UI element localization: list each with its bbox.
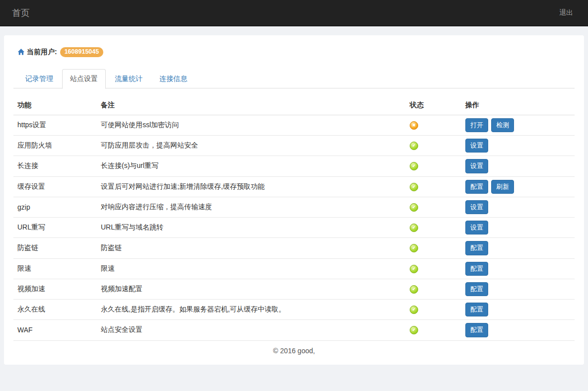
tab-bar: 记录管理站点设置流量统计连接信息 bbox=[17, 69, 575, 88]
user-id-badge: 1608915045 bbox=[60, 47, 104, 57]
refresh-button[interactable]: 刷新 bbox=[491, 180, 514, 194]
status-on-icon: ✔ bbox=[410, 306, 418, 314]
copyright-footer: © 2016 good, bbox=[13, 341, 575, 358]
feature-cell: 长连接 bbox=[13, 156, 97, 176]
feature-cell: WAF bbox=[13, 320, 97, 340]
note-cell: 视频加速配置 bbox=[97, 279, 406, 299]
note-cell: 长连接(s)与url重写 bbox=[97, 156, 406, 176]
actions-cell: 配置 bbox=[461, 300, 575, 320]
note-cell: 永久在线,是指开启缓存。如果服务器宕机,可从缓存中读取。 bbox=[97, 300, 406, 320]
actions-cell: 配置 bbox=[461, 320, 575, 340]
settings-button[interactable]: 设置 bbox=[465, 139, 488, 153]
current-user-label: 当前用户: bbox=[27, 48, 57, 57]
site-settings-panel: 功能 备注 状态 操作 https设置可使网站使用ssl加密访问✖打开检测应用防… bbox=[4, 96, 584, 358]
status-cell: ✔ bbox=[406, 279, 461, 299]
check-button[interactable]: 检测 bbox=[491, 118, 514, 132]
status-cell: ✔ bbox=[406, 156, 461, 176]
current-user-row: 当前用户: 1608915045 bbox=[4, 35, 584, 57]
feature-cell: 应用防火墙 bbox=[13, 136, 97, 156]
status-on-icon: ✔ bbox=[410, 265, 418, 273]
tab-site-settings[interactable]: 站点设置 bbox=[62, 69, 106, 89]
tab-records[interactable]: 记录管理 bbox=[17, 69, 61, 89]
table-row: WAF站点安全设置✔配置 bbox=[13, 320, 575, 340]
status-cell: ✔ bbox=[406, 238, 461, 258]
config-button[interactable]: 配置 bbox=[465, 180, 488, 194]
note-cell: 对响应内容进行压缩，提高传输速度 bbox=[97, 197, 406, 217]
col-header-status: 状态 bbox=[406, 96, 461, 115]
status-on-icon: ✔ bbox=[410, 326, 418, 334]
table-row: https设置可使网站使用ssl加密访问✖打开检测 bbox=[13, 115, 575, 135]
table-row: 缓存设置设置后可对网站进行加速;新增清除缓存,缓存预取功能✔配置刷新 bbox=[13, 176, 575, 197]
table-row: 应用防火墙可防应用层攻击，提高网站安全✔设置 bbox=[13, 136, 575, 156]
feature-cell: 永久在线 bbox=[13, 300, 97, 320]
col-header-feature: 功能 bbox=[13, 96, 97, 115]
actions-cell: 设置 bbox=[461, 218, 575, 238]
status-on-icon: ✔ bbox=[410, 142, 418, 150]
status-on-icon: ✔ bbox=[410, 162, 418, 170]
status-cell: ✔ bbox=[406, 136, 461, 156]
config-button[interactable]: 配置 bbox=[465, 303, 488, 316]
top-navbar: 首页 退出 bbox=[0, 0, 588, 26]
actions-cell: 设置 bbox=[461, 197, 575, 217]
actions-cell: 配置刷新 bbox=[461, 176, 575, 197]
note-cell: 站点安全设置 bbox=[97, 320, 406, 340]
navbar-brand-home[interactable]: 首页 bbox=[12, 7, 30, 19]
actions-cell: 打开检测 bbox=[461, 115, 575, 135]
settings-button[interactable]: 设置 bbox=[465, 200, 488, 214]
feature-cell: 视频加速 bbox=[13, 279, 97, 299]
status-cell: ✔ bbox=[406, 258, 461, 279]
config-button[interactable]: 配置 bbox=[465, 241, 488, 255]
table-row: 视频加速视频加速配置✔配置 bbox=[13, 279, 575, 299]
tab-connection-info[interactable]: 连接信息 bbox=[151, 69, 195, 89]
feature-cell: gzip bbox=[13, 197, 97, 217]
settings-button[interactable]: 设置 bbox=[465, 159, 488, 173]
table-row: 防盗链防盗链✔配置 bbox=[13, 238, 575, 258]
col-header-actions: 操作 bbox=[461, 96, 575, 115]
note-cell: 防盗链 bbox=[97, 238, 406, 258]
feature-cell: https设置 bbox=[13, 115, 97, 135]
settings-button[interactable]: 设置 bbox=[465, 221, 488, 235]
note-cell: 可防应用层攻击，提高网站安全 bbox=[97, 136, 406, 156]
tab-bar-container: 记录管理站点设置流量统计连接信息 bbox=[4, 69, 584, 88]
actions-cell: 配置 bbox=[461, 279, 575, 299]
note-cell: 设置后可对网站进行加速;新增清除缓存,缓存预取功能 bbox=[97, 176, 406, 197]
status-cell: ✔ bbox=[406, 300, 461, 320]
feature-cell: 限速 bbox=[13, 258, 97, 279]
actions-cell: 配置 bbox=[461, 238, 575, 258]
logout-link[interactable]: 退出 bbox=[559, 8, 573, 17]
actions-cell: 设置 bbox=[461, 156, 575, 176]
note-cell: 可使网站使用ssl加密访问 bbox=[97, 115, 406, 135]
status-cell: ✔ bbox=[406, 197, 461, 217]
feature-cell: URL重写 bbox=[13, 218, 97, 238]
status-on-icon: ✔ bbox=[410, 224, 418, 232]
note-cell: URL重写与域名跳转 bbox=[97, 218, 406, 238]
open-button[interactable]: 打开 bbox=[465, 118, 488, 132]
status-cell: ✔ bbox=[406, 176, 461, 197]
status-cell: ✔ bbox=[406, 218, 461, 238]
feature-cell: 防盗链 bbox=[13, 238, 97, 258]
status-on-icon: ✔ bbox=[410, 244, 418, 252]
table-row: 长连接长连接(s)与url重写✔设置 bbox=[13, 156, 575, 176]
status-cell: ✔ bbox=[406, 320, 461, 340]
feature-table: 功能 备注 状态 操作 https设置可使网站使用ssl加密访问✖打开检测应用防… bbox=[13, 96, 575, 341]
home-icon bbox=[17, 48, 25, 56]
status-cell: ✖ bbox=[406, 115, 461, 135]
actions-cell: 配置 bbox=[461, 258, 575, 279]
config-button[interactable]: 配置 bbox=[465, 323, 488, 337]
config-button[interactable]: 配置 bbox=[465, 262, 488, 276]
actions-cell: 设置 bbox=[461, 136, 575, 156]
tab-traffic-stats[interactable]: 流量统计 bbox=[107, 69, 150, 89]
table-header-row: 功能 备注 状态 操作 bbox=[13, 96, 575, 115]
main-card: 当前用户: 1608915045 记录管理站点设置流量统计连接信息 功能 备注 … bbox=[4, 35, 584, 365]
config-button[interactable]: 配置 bbox=[465, 282, 488, 296]
col-header-note: 备注 bbox=[97, 96, 406, 115]
table-row: 限速限速✔配置 bbox=[13, 258, 575, 279]
status-on-icon: ✔ bbox=[410, 285, 418, 294]
status-on-icon: ✔ bbox=[410, 203, 418, 212]
status-on-icon: ✔ bbox=[410, 183, 418, 191]
note-cell: 限速 bbox=[97, 258, 406, 279]
status-off-icon: ✖ bbox=[410, 121, 418, 130]
feature-cell: 缓存设置 bbox=[13, 176, 97, 197]
table-row: gzip对响应内容进行压缩，提高传输速度✔设置 bbox=[13, 197, 575, 217]
table-row: URL重写URL重写与域名跳转✔设置 bbox=[13, 218, 575, 238]
